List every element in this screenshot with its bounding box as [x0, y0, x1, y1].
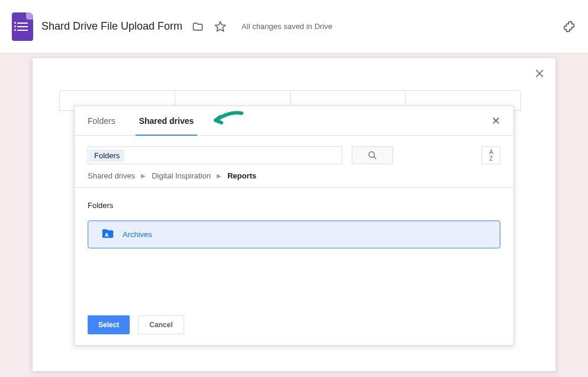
shared-folder-icon	[101, 227, 114, 242]
breadcrumb: Shared drives ▶ Digital Inspiration ▶ Re…	[75, 168, 513, 188]
picker-footer: Select Cancel	[75, 308, 513, 345]
app-header: Shard Drive File Upload Form All changes…	[0, 0, 588, 53]
picker-toolbar: Folders AZ	[75, 136, 513, 168]
sort-button[interactable]: AZ	[481, 146, 500, 164]
search-filter-chip[interactable]: Folders	[89, 149, 124, 162]
breadcrumb-root[interactable]: Shared drives	[88, 171, 135, 180]
select-button[interactable]: Select	[88, 315, 130, 334]
search-input[interactable]	[126, 151, 342, 160]
sort-az-icon: AZ	[489, 149, 493, 162]
picker-close-icon[interactable]: ✕	[491, 114, 500, 127]
breadcrumb-mid[interactable]: Digital Inspiration	[152, 171, 211, 180]
svg-point-1	[369, 152, 374, 157]
breadcrumb-current[interactable]: Reports	[227, 171, 256, 180]
folder-item-label: Archives	[123, 230, 152, 239]
folders-section-label: Folders	[75, 188, 513, 217]
save-status: All changes saved in Drive	[242, 22, 332, 31]
tab-shared-drives[interactable]: Shared drives	[139, 106, 206, 136]
cancel-button[interactable]: Cancel	[138, 315, 184, 334]
addons-icon[interactable]	[562, 20, 576, 34]
picker-tabs: Folders Shared drives ✕	[75, 106, 513, 136]
svg-line-2	[374, 156, 376, 159]
drive-picker-dialog: Folders Shared drives ✕ Folders AZ Share…	[74, 106, 514, 346]
document-title[interactable]: Shard Drive File Upload Form	[41, 20, 182, 33]
chevron-right-icon: ▶	[141, 172, 146, 179]
search-input-wrap[interactable]: Folders	[88, 146, 342, 164]
folder-item-archives[interactable]: Archives	[88, 221, 500, 248]
forms-logo-icon[interactable]	[12, 12, 33, 41]
chevron-right-icon: ▶	[217, 172, 221, 179]
svg-marker-0	[216, 21, 226, 31]
search-button[interactable]	[352, 146, 393, 164]
close-icon[interactable]: ✕	[534, 66, 545, 82]
folder-move-icon[interactable]	[191, 20, 205, 34]
annotation-arrow-icon	[212, 110, 244, 131]
tab-folders[interactable]: Folders	[88, 106, 127, 136]
svg-point-3	[105, 233, 108, 235]
star-icon[interactable]	[213, 20, 227, 34]
